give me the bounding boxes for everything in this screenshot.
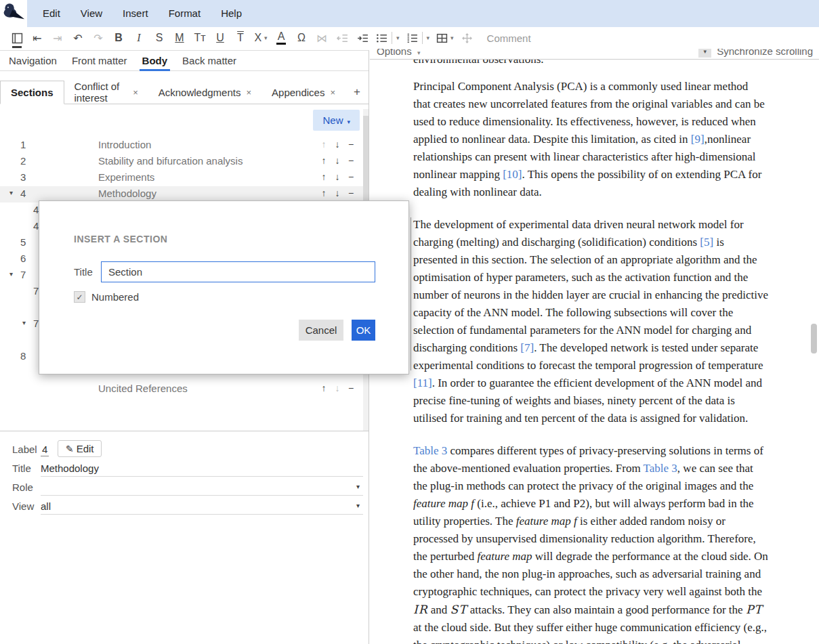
doc-paragraph[interactable]: Table 3 compares different types of priv… xyxy=(413,442,768,644)
label-value[interactable]: 4 xyxy=(41,444,49,456)
up-arrow-icon[interactable]: ↑ xyxy=(319,171,329,182)
jump-start-icon[interactable]: ⇤ xyxy=(28,28,47,48)
move-icon[interactable] xyxy=(458,28,477,48)
tab-sections[interactable]: Sections xyxy=(0,81,64,104)
matter-tab-navigation[interactable]: Navigation xyxy=(1,51,64,70)
section-row[interactable]: Uncited References↑↓− xyxy=(0,381,364,398)
up-arrow-icon[interactable]: ↑ xyxy=(319,383,329,393)
chevron-down-icon[interactable]: ▾ xyxy=(392,32,400,44)
bold-icon[interactable]: B xyxy=(109,28,128,48)
monospace-icon[interactable]: M xyxy=(170,28,189,48)
underline-icon[interactable]: U xyxy=(211,28,230,48)
section-title: Methodology xyxy=(98,188,156,199)
section-title-input[interactable] xyxy=(101,261,375,282)
font-color-icon[interactable]: A xyxy=(272,28,291,48)
tab-appendices[interactable]: Appendices× xyxy=(261,81,345,104)
small-caps-icon[interactable]: Tᴛ xyxy=(190,28,209,48)
matter-tab-back-matter[interactable]: Back matter xyxy=(175,51,244,70)
remove-icon[interactable]: − xyxy=(346,171,356,182)
title-value[interactable]: Methodology xyxy=(41,463,99,474)
bullet-list-icon[interactable]: ▾ xyxy=(373,28,402,48)
chevron-down-icon[interactable]: ▾ xyxy=(450,35,454,41)
special-character-icon[interactable]: Ω xyxy=(292,28,311,48)
field-underline xyxy=(41,495,363,496)
section-row[interactable]: 3Experiments↑↓− xyxy=(0,170,364,186)
view-value[interactable]: all xyxy=(41,500,51,512)
citation-link[interactable]: [10] xyxy=(503,168,522,181)
text-run: and xyxy=(428,603,450,616)
undo-icon[interactable]: ↶ xyxy=(68,28,87,48)
close-tab-icon[interactable]: × xyxy=(330,87,335,98)
numbered-checkbox[interactable] xyxy=(74,291,85,303)
down-arrow-icon[interactable]: ↓ xyxy=(333,383,342,393)
toolbar: ⇤⇥↶↷BISMTᴛUTX▾AΩ⋈▾▾▾Comment xyxy=(0,27,819,49)
subscript-icon[interactable]: X▾ xyxy=(251,28,270,48)
document-body[interactable]: environmental observations.Principal Com… xyxy=(370,60,819,644)
menu-view[interactable]: View xyxy=(70,0,112,27)
citation-link[interactable]: [11] xyxy=(413,377,432,389)
edit-label-button[interactable]: Edit xyxy=(58,440,102,457)
add-tab-button[interactable]: + xyxy=(345,81,369,104)
section-number: 1 xyxy=(20,139,26,150)
document-scrollbar-thumb[interactable] xyxy=(811,324,817,353)
indent-icon[interactable] xyxy=(353,28,372,48)
doc-paragraph[interactable]: environmental observations. xyxy=(413,60,768,68)
table-icon[interactable]: ▾ xyxy=(434,28,457,48)
citation-link[interactable]: Table 3 xyxy=(644,462,677,475)
menu-help[interactable]: Help xyxy=(211,0,252,27)
section-row[interactable]: 2Stability and bifurcation analysis↑↓− xyxy=(0,154,364,170)
remove-icon[interactable]: − xyxy=(346,188,356,198)
text-run: The development of experimental data dri… xyxy=(413,218,744,249)
ordered-list-icon[interactable]: ▾ xyxy=(404,28,433,48)
chevron-down-icon[interactable]: ▾ xyxy=(264,35,268,41)
up-arrow-icon[interactable]: ↑ xyxy=(319,188,329,198)
page-layout-icon[interactable] xyxy=(7,28,26,48)
chevron-down-icon[interactable]: ▾ xyxy=(356,483,360,490)
menu-edit[interactable]: Edit xyxy=(33,0,70,27)
remove-icon[interactable]: − xyxy=(346,139,356,150)
jump-end-icon[interactable]: ⇥ xyxy=(48,28,67,48)
doc-paragraph[interactable]: Principal Component Analysis (PCA) is a … xyxy=(413,78,768,201)
doc-paragraph[interactable]: The development of experimental data dri… xyxy=(413,216,768,427)
down-arrow-icon[interactable]: ↓ xyxy=(333,139,342,150)
new-section-button[interactable]: New▾ xyxy=(313,110,360,131)
down-arrow-icon[interactable]: ↓ xyxy=(333,188,342,198)
chevron-down-icon[interactable]: ▾ xyxy=(356,502,360,509)
dedent-icon[interactable] xyxy=(333,28,352,48)
dialog-heading: INSERT A SECTION xyxy=(74,234,167,244)
citation-link[interactable]: Table 3 xyxy=(413,444,447,457)
collapse-caret-icon[interactable]: ▾ xyxy=(22,319,26,326)
remove-icon[interactable]: − xyxy=(346,383,356,393)
comment-button[interactable]: Comment xyxy=(487,33,531,44)
menu-format[interactable]: Format xyxy=(159,0,211,27)
overline-icon[interactable]: T xyxy=(231,28,250,48)
matter-tab-front-matter[interactable]: Front matter xyxy=(64,51,135,70)
strikethrough-icon[interactable]: S xyxy=(150,28,169,48)
close-tab-icon[interactable]: × xyxy=(133,87,138,98)
inline-formula-icon[interactable]: ⋈ xyxy=(312,28,331,48)
down-arrow-icon[interactable]: ↓ xyxy=(333,171,342,182)
citation-link[interactable]: [7] xyxy=(520,341,534,354)
chevron-down-icon[interactable]: ▾ xyxy=(422,32,430,44)
citation-link[interactable]: [9] xyxy=(691,133,705,146)
strikethrough-icon: S xyxy=(156,32,163,44)
citation-link[interactable]: [5] xyxy=(700,236,713,249)
redo-icon[interactable]: ↷ xyxy=(89,28,108,48)
matter-tab-body[interactable]: Body xyxy=(135,51,175,70)
up-arrow-icon[interactable]: ↑ xyxy=(319,139,329,150)
remove-icon[interactable]: − xyxy=(346,155,356,166)
row-actions: ↑↓− xyxy=(319,383,356,393)
ok-button[interactable]: OK xyxy=(352,320,375,341)
collapse-caret-icon[interactable]: ▾ xyxy=(9,189,13,196)
collapse-caret-icon[interactable]: ▾ xyxy=(9,270,13,278)
close-tab-icon[interactable]: × xyxy=(246,87,251,98)
down-arrow-icon[interactable]: ↓ xyxy=(333,155,342,166)
up-arrow-icon[interactable]: ↑ xyxy=(319,155,329,166)
italic-icon[interactable]: I xyxy=(129,28,148,48)
view-key: View xyxy=(12,500,34,512)
section-row[interactable]: 1Introduction↑↓− xyxy=(0,137,364,154)
tab-conflict-of-interest[interactable]: Conflict of interest× xyxy=(64,81,148,104)
tab-acknowledgments[interactable]: Acknowledgments× xyxy=(148,81,261,104)
cancel-button[interactable]: Cancel xyxy=(299,320,343,341)
menu-insert[interactable]: Insert xyxy=(112,0,159,27)
